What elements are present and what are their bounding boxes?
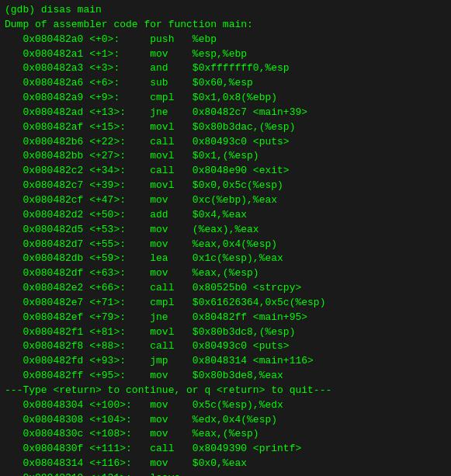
terminal-line-20: 0x080482e7 <+71>: cmpl $0x61626364,0x5c(… bbox=[5, 296, 446, 311]
terminal-line-6: 0x080482a9 <+9>: cmpl $0x1,0x8(%ebp) bbox=[5, 91, 446, 106]
terminal-line-11: 0x080482c2 <+34>: call 0x8048e90 <exit> bbox=[5, 164, 446, 179]
terminal-line-21: 0x080482ef <+79>: jne 0x80482ff <main+95… bbox=[5, 311, 446, 325]
terminal-line-15: 0x080482d5 <+53>: mov (%eax),%eax bbox=[5, 223, 446, 238]
terminal-line-3: 0x080482a1 <+1>: mov %esp,%ebp bbox=[5, 47, 446, 62]
terminal-line-23: 0x080482f8 <+88>: call 0x80493c0 <puts> bbox=[5, 339, 446, 354]
terminal-line-9: 0x080482b6 <+22>: call 0x80493c0 <puts> bbox=[5, 135, 446, 150]
terminal-line-13: 0x080482cf <+47>: mov 0xc(%ebp),%eax bbox=[5, 193, 446, 208]
terminal-line-32: 0x08048319 <+121>: leave bbox=[5, 471, 446, 476]
terminal-line-28: 0x08048308 <+104>: mov %edx,0x4(%esp) bbox=[5, 413, 446, 428]
terminal-line-5: 0x080482a6 <+6>: sub $0x60,%esp bbox=[5, 76, 446, 91]
terminal-line-24: 0x080482fd <+93>: jmp 0x8048314 <main+11… bbox=[5, 354, 446, 369]
terminal: (gdb) disas mainDump of assembler code f… bbox=[0, 0, 451, 476]
terminal-line-30: 0x0804830f <+111>: call 0x8049390 <print… bbox=[5, 442, 446, 457]
terminal-line-31: 0x08048314 <+116>: mov $0x0,%eax bbox=[5, 457, 446, 471]
terminal-line-12: 0x080482c7 <+39>: movl $0x0,0x5c(%esp) bbox=[5, 179, 446, 193]
terminal-line-26: ---Type <return> to continue, or q <retu… bbox=[5, 384, 446, 398]
terminal-line-22: 0x080482f1 <+81>: movl $0x80b3dc8,(%esp) bbox=[5, 325, 446, 340]
terminal-line-8: 0x080482af <+15>: movl $0x80b3dac,(%esp) bbox=[5, 120, 446, 135]
terminal-line-27: 0x08048304 <+100>: mov 0x5c(%esp),%edx bbox=[5, 398, 446, 413]
terminal-line-4: 0x080482a3 <+3>: and $0xfffffff0,%esp bbox=[5, 61, 446, 76]
terminal-line-7: 0x080482ad <+13>: jne 0x80482c7 <main+39… bbox=[5, 106, 446, 120]
terminal-line-0: (gdb) disas main bbox=[5, 3, 446, 18]
terminal-line-18: 0x080482df <+63>: mov %eax,(%esp) bbox=[5, 266, 446, 281]
terminal-line-29: 0x0804830c <+108>: mov %eax,(%esp) bbox=[5, 427, 446, 442]
terminal-line-25: 0x080482ff <+95>: mov $0x80b3de8,%eax bbox=[5, 369, 446, 384]
terminal-line-19: 0x080482e2 <+66>: call 0x80525b0 <strcpy… bbox=[5, 281, 446, 296]
terminal-line-16: 0x080482d7 <+55>: mov %eax,0x4(%esp) bbox=[5, 238, 446, 252]
terminal-line-10: 0x080482bb <+27>: movl $0x1,(%esp) bbox=[5, 149, 446, 164]
terminal-line-2: 0x080482a0 <+0>: push %ebp bbox=[5, 33, 446, 47]
terminal-line-1: Dump of assembler code for function main… bbox=[5, 18, 446, 33]
terminal-line-14: 0x080482d2 <+50>: add $0x4,%eax bbox=[5, 208, 446, 223]
terminal-line-17: 0x080482db <+59>: lea 0x1c(%esp),%eax bbox=[5, 252, 446, 266]
